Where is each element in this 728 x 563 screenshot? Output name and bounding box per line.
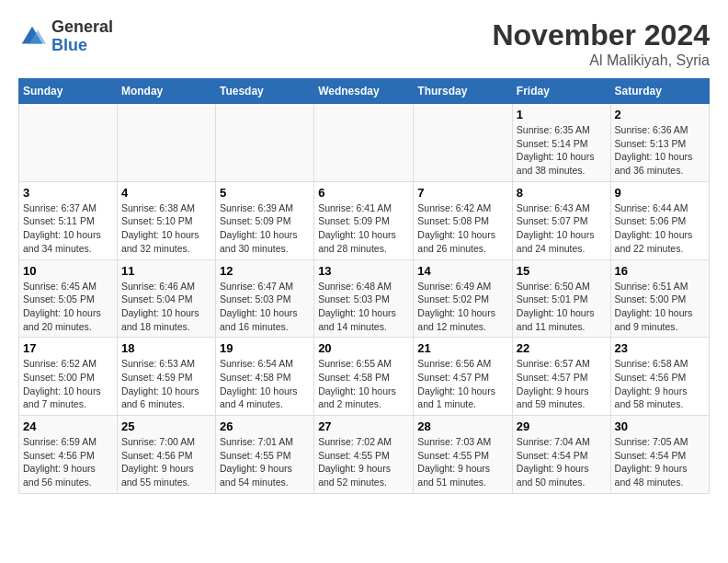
calendar-cell: 9Sunrise: 6:44 AM Sunset: 5:06 PM Daylig… xyxy=(610,181,709,259)
header-cell-wednesday: Wednesday xyxy=(314,79,414,104)
day-number: 18 xyxy=(121,341,211,355)
calendar-cell: 15Sunrise: 6:50 AM Sunset: 5:01 PM Dayli… xyxy=(512,259,610,338)
day-info: Sunrise: 7:02 AM Sunset: 4:55 PM Dayligh… xyxy=(318,435,409,489)
calendar-cell: 27Sunrise: 7:02 AM Sunset: 4:55 PM Dayli… xyxy=(314,416,414,494)
day-number: 16 xyxy=(615,264,705,278)
calendar-cell: 16Sunrise: 6:51 AM Sunset: 5:00 PM Dayli… xyxy=(610,259,709,338)
calendar-cell: 14Sunrise: 6:49 AM Sunset: 5:02 PM Dayli… xyxy=(414,259,513,338)
calendar-cell: 1Sunrise: 6:35 AM Sunset: 5:14 PM Daylig… xyxy=(512,104,610,182)
day-info: Sunrise: 7:03 AM Sunset: 4:55 PM Dayligh… xyxy=(417,435,508,489)
calendar-cell: 10Sunrise: 6:45 AM Sunset: 5:05 PM Dayli… xyxy=(19,259,118,338)
day-info: Sunrise: 6:42 AM Sunset: 5:08 PM Dayligh… xyxy=(417,201,508,256)
day-number: 5 xyxy=(220,186,310,200)
day-info: Sunrise: 6:53 AM Sunset: 4:59 PM Dayligh… xyxy=(121,357,211,411)
day-info: Sunrise: 7:04 AM Sunset: 4:54 PM Dayligh… xyxy=(517,435,607,489)
day-number: 8 xyxy=(517,186,607,200)
week-row-2: 3Sunrise: 6:37 AM Sunset: 5:11 PM Daylig… xyxy=(19,181,710,259)
day-number: 17 xyxy=(23,341,113,355)
day-info: Sunrise: 7:05 AM Sunset: 4:54 PM Dayligh… xyxy=(615,435,705,489)
header: General Blue November 2024 Al Malikiyah,… xyxy=(18,18,710,69)
calendar-cell xyxy=(215,104,313,182)
day-info: Sunrise: 6:37 AM Sunset: 5:11 PM Dayligh… xyxy=(23,201,113,256)
day-number: 28 xyxy=(417,419,508,433)
calendar-cell: 7Sunrise: 6:42 AM Sunset: 5:08 PM Daylig… xyxy=(414,181,513,259)
day-info: Sunrise: 6:38 AM Sunset: 5:10 PM Dayligh… xyxy=(121,201,211,256)
day-info: Sunrise: 6:45 AM Sunset: 5:05 PM Dayligh… xyxy=(23,280,113,334)
day-number: 19 xyxy=(220,341,310,355)
calendar-cell: 6Sunrise: 6:41 AM Sunset: 5:09 PM Daylig… xyxy=(314,181,414,259)
day-number: 10 xyxy=(23,264,113,278)
day-number: 26 xyxy=(220,419,310,433)
week-row-4: 17Sunrise: 6:52 AM Sunset: 5:00 PM Dayli… xyxy=(19,338,710,416)
calendar-cell: 5Sunrise: 6:39 AM Sunset: 5:09 PM Daylig… xyxy=(215,181,313,259)
calendar-cell: 25Sunrise: 7:00 AM Sunset: 4:56 PM Dayli… xyxy=(117,416,215,494)
calendar-cell: 12Sunrise: 6:47 AM Sunset: 5:03 PM Dayli… xyxy=(215,259,313,338)
day-number: 4 xyxy=(121,186,211,200)
day-number: 1 xyxy=(517,108,607,121)
calendar-cell: 28Sunrise: 7:03 AM Sunset: 4:55 PM Dayli… xyxy=(414,416,513,494)
day-info: Sunrise: 6:54 AM Sunset: 4:58 PM Dayligh… xyxy=(220,357,310,411)
main-title: November 2024 xyxy=(492,18,710,52)
day-info: Sunrise: 6:36 AM Sunset: 5:13 PM Dayligh… xyxy=(615,123,705,178)
day-number: 3 xyxy=(23,186,113,200)
week-row-3: 10Sunrise: 6:45 AM Sunset: 5:05 PM Dayli… xyxy=(19,259,710,338)
day-number: 22 xyxy=(517,341,607,355)
calendar-cell xyxy=(314,104,414,182)
day-info: Sunrise: 6:44 AM Sunset: 5:06 PM Dayligh… xyxy=(615,201,705,256)
day-info: Sunrise: 6:57 AM Sunset: 4:57 PM Dayligh… xyxy=(517,357,607,411)
day-number: 9 xyxy=(615,186,705,200)
day-info: Sunrise: 6:58 AM Sunset: 4:56 PM Dayligh… xyxy=(615,357,705,411)
calendar-cell xyxy=(414,104,513,182)
header-cell-tuesday: Tuesday xyxy=(215,79,313,104)
day-info: Sunrise: 6:41 AM Sunset: 5:09 PM Dayligh… xyxy=(318,201,409,256)
week-row-1: 1Sunrise: 6:35 AM Sunset: 5:14 PM Daylig… xyxy=(19,104,710,182)
calendar-cell xyxy=(19,104,118,182)
calendar-cell: 29Sunrise: 7:04 AM Sunset: 4:54 PM Dayli… xyxy=(512,416,610,494)
logo-general-text: General xyxy=(51,18,113,37)
header-row: SundayMondayTuesdayWednesdayThursdayFrid… xyxy=(19,79,710,104)
title-area: November 2024 Al Malikiyah, Syria xyxy=(492,18,710,69)
day-info: Sunrise: 6:35 AM Sunset: 5:14 PM Dayligh… xyxy=(517,123,607,178)
calendar-cell: 20Sunrise: 6:55 AM Sunset: 4:58 PM Dayli… xyxy=(314,338,414,416)
day-number: 11 xyxy=(121,264,211,278)
day-info: Sunrise: 6:47 AM Sunset: 5:03 PM Dayligh… xyxy=(220,280,310,334)
day-info: Sunrise: 6:48 AM Sunset: 5:03 PM Dayligh… xyxy=(318,280,409,334)
logo-text: General Blue xyxy=(51,18,113,55)
day-number: 21 xyxy=(417,341,508,355)
day-number: 29 xyxy=(517,419,607,433)
calendar-cell: 11Sunrise: 6:46 AM Sunset: 5:04 PM Dayli… xyxy=(117,259,215,338)
header-cell-sunday: Sunday xyxy=(19,79,118,104)
day-number: 12 xyxy=(220,264,310,278)
calendar-cell: 2Sunrise: 6:36 AM Sunset: 5:13 PM Daylig… xyxy=(610,104,709,182)
calendar-cell: 4Sunrise: 6:38 AM Sunset: 5:10 PM Daylig… xyxy=(117,181,215,259)
day-info: Sunrise: 7:01 AM Sunset: 4:55 PM Dayligh… xyxy=(220,435,310,489)
day-info: Sunrise: 7:00 AM Sunset: 4:56 PM Dayligh… xyxy=(121,435,211,489)
day-info: Sunrise: 6:43 AM Sunset: 5:07 PM Dayligh… xyxy=(517,201,607,256)
day-info: Sunrise: 6:52 AM Sunset: 5:00 PM Dayligh… xyxy=(23,357,113,411)
logo: General Blue xyxy=(18,18,113,55)
calendar-cell: 30Sunrise: 7:05 AM Sunset: 4:54 PM Dayli… xyxy=(610,416,709,494)
header-cell-thursday: Thursday xyxy=(414,79,513,104)
header-cell-friday: Friday xyxy=(512,79,610,104)
day-number: 23 xyxy=(615,341,705,355)
day-number: 25 xyxy=(121,419,211,433)
calendar-cell: 19Sunrise: 6:54 AM Sunset: 4:58 PM Dayli… xyxy=(215,338,313,416)
calendar-cell: 18Sunrise: 6:53 AM Sunset: 4:59 PM Dayli… xyxy=(117,338,215,416)
week-row-5: 24Sunrise: 6:59 AM Sunset: 4:56 PM Dayli… xyxy=(19,416,710,494)
day-info: Sunrise: 6:39 AM Sunset: 5:09 PM Dayligh… xyxy=(220,201,310,256)
calendar-cell xyxy=(117,104,215,182)
calendar-body: 1Sunrise: 6:35 AM Sunset: 5:14 PM Daylig… xyxy=(19,104,710,494)
header-cell-monday: Monday xyxy=(117,79,215,104)
day-number: 30 xyxy=(615,419,705,433)
day-number: 14 xyxy=(417,264,508,278)
sub-title: Al Malikiyah, Syria xyxy=(492,52,710,69)
day-number: 20 xyxy=(318,341,409,355)
logo-icon xyxy=(18,23,46,51)
logo-blue-text: Blue xyxy=(51,37,113,55)
day-info: Sunrise: 6:49 AM Sunset: 5:02 PM Dayligh… xyxy=(417,280,508,334)
header-cell-saturday: Saturday xyxy=(610,79,709,104)
day-number: 6 xyxy=(318,186,409,200)
day-number: 7 xyxy=(417,186,508,200)
day-info: Sunrise: 6:51 AM Sunset: 5:00 PM Dayligh… xyxy=(615,280,705,334)
calendar-cell: 8Sunrise: 6:43 AM Sunset: 5:07 PM Daylig… xyxy=(512,181,610,259)
